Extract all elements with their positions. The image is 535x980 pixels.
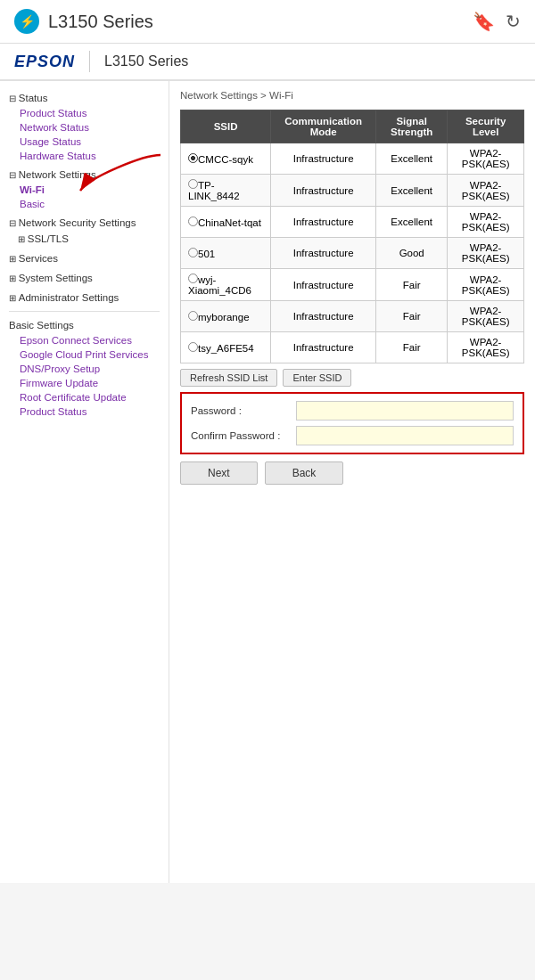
header-divider [89, 51, 90, 72]
radio-dot[interactable] [188, 248, 198, 257]
bottom-buttons: Next Back [180, 461, 524, 485]
back-button[interactable]: Back [265, 461, 344, 485]
ssid-cell[interactable]: myborange [181, 301, 271, 332]
ssid-cell[interactable]: TP-LINK_8442 [181, 175, 271, 207]
security-cell: WPA2-PSK(AES) [448, 332, 524, 363]
radio-dot[interactable] [188, 342, 198, 352]
sidebar-link-wifi[interactable]: Wi-Fi [0, 183, 169, 197]
main-layout: Status Product Status Network Status Usa… [0, 81, 535, 883]
ssid-text: wyj-Xiaomi_4CD6 [188, 274, 251, 296]
sidebar-security-title: Network Security Settings [0, 215, 169, 231]
sidebar-security-section: Network Security Settings SSL/TLS [0, 215, 169, 247]
mode-cell: Infrastructure [271, 301, 376, 332]
ssid-text: CMCC-sqyk [198, 154, 253, 165]
col-header-security: Security Level [448, 110, 524, 143]
ssid-cell[interactable]: tsy_A6FE54 [181, 332, 271, 363]
epson-logo: EPSON [14, 53, 75, 71]
table-row[interactable]: TP-LINK_8442InfrastructureExcellentWPA2-… [181, 175, 524, 207]
ssid-text: 501 [198, 249, 215, 259]
sidebar-network-section: Network Settings Wi-Fi Basic [0, 167, 169, 211]
refresh-icon[interactable]: ↻ [506, 11, 521, 32]
sidebar-system-section: System Settings [0, 270, 169, 286]
table-row[interactable]: tsy_A6FE54InfrastructureFairWPA2-PSK(AES… [181, 332, 524, 363]
sidebar-link-firmware[interactable]: Firmware Update [0, 376, 169, 390]
security-cell: WPA2-PSK(AES) [448, 143, 524, 175]
table-row[interactable]: ChinaNet-tqatInfrastructureExcellentWPA2… [181, 207, 524, 238]
sidebar-ssl-tls: SSL/TLS [0, 231, 169, 247]
sidebar-link-epson-connect[interactable]: Epson Connect Services [0, 333, 169, 347]
password-row: Password : [191, 401, 514, 421]
radio-dot[interactable] [188, 216, 198, 226]
confirm-password-label: Confirm Password : [191, 430, 289, 441]
sidebar-admin-section: Administrator Settings [0, 290, 169, 306]
radio-dot[interactable] [188, 274, 198, 283]
sidebar-link-dns-proxy[interactable]: DNS/Proxy Setup [0, 362, 169, 376]
sidebar-system-title: System Settings [0, 270, 169, 286]
ssid-text: myborange [198, 312, 250, 323]
ssid-cell[interactable]: wyj-Xiaomi_4CD6 [181, 269, 271, 301]
sidebar-link-hardware-status[interactable]: Hardware Status [0, 149, 169, 163]
top-bar-left: ⚡ L3150 Series [14, 9, 153, 34]
confirm-password-row: Confirm Password : [191, 426, 514, 445]
sidebar: Status Product Status Network Status Usa… [0, 81, 169, 883]
security-cell: WPA2-PSK(AES) [448, 301, 524, 332]
signal-cell: Fair [376, 269, 448, 301]
signal-cell: Excellent [376, 207, 448, 238]
signal-cell: Excellent [376, 143, 448, 175]
sidebar-services-title: Services [0, 250, 169, 266]
table-row[interactable]: wyj-Xiaomi_4CD6InfrastructureFairWPA2-PS… [181, 269, 524, 301]
enter-ssid-button[interactable]: Enter SSID [283, 369, 351, 387]
mode-cell: Infrastructure [271, 175, 376, 207]
printer-icon: ⚡ [14, 9, 39, 34]
table-row[interactable]: 501InfrastructureGoodWPA2-PSK(AES) [181, 238, 524, 269]
sidebar-link-root-cert[interactable]: Root Certificate Update [0, 390, 169, 404]
top-bar-title: L3150 Series [48, 12, 153, 32]
bookmark-icon[interactable]: 🔖 [473, 11, 495, 32]
password-input[interactable] [296, 401, 514, 421]
col-header-signal: Signal Strength [376, 110, 448, 143]
sidebar-link-usage-status[interactable]: Usage Status [0, 135, 169, 149]
radio-dot[interactable] [188, 311, 198, 321]
sidebar-network-title: Network Settings [0, 167, 169, 183]
header-model: L3150 Series [104, 53, 188, 69]
next-button[interactable]: Next [180, 461, 258, 485]
mode-cell: Infrastructure [271, 143, 376, 175]
signal-cell: Good [376, 238, 448, 269]
radio-dot[interactable] [188, 153, 198, 163]
sidebar-link-google-cloud[interactable]: Google Cloud Print Services [0, 347, 169, 362]
sidebar-link-network-status[interactable]: Network Status [0, 120, 169, 135]
sidebar-basic-title: Basic Settings [0, 317, 169, 333]
security-cell: WPA2-PSK(AES) [448, 175, 524, 207]
sidebar-basic-section: Basic Settings Epson Connect Services Go… [0, 317, 169, 419]
sidebar-link-product-status[interactable]: Product Status [0, 106, 169, 120]
main-content: Network Settings > Wi-Fi SSID Communicat… [169, 81, 535, 883]
signal-cell: Excellent [376, 175, 448, 207]
security-cell: WPA2-PSK(AES) [448, 269, 524, 301]
sidebar-services-section: Services [0, 250, 169, 266]
security-cell: WPA2-PSK(AES) [448, 207, 524, 238]
radio-dot[interactable] [188, 179, 198, 189]
sidebar-status-title: Status [0, 90, 169, 106]
mode-cell: Infrastructure [271, 269, 376, 301]
sidebar-link-product-status2[interactable]: Product Status [0, 404, 169, 419]
confirm-password-input[interactable] [296, 426, 514, 445]
ssid-text: tsy_A6FE54 [198, 343, 254, 354]
top-bar-actions: 🔖 ↻ [473, 11, 521, 32]
sidebar-status-section: Status Product Status Network Status Usa… [0, 90, 169, 163]
signal-cell: Fair [376, 332, 448, 363]
sidebar-link-basic[interactable]: Basic [0, 197, 169, 211]
action-row: Refresh SSID List Enter SSID [180, 369, 524, 387]
security-cell: WPA2-PSK(AES) [448, 238, 524, 269]
ssid-cell[interactable]: 501 [181, 238, 271, 269]
table-row[interactable]: CMCC-sqykInfrastructureExcellentWPA2-PSK… [181, 143, 524, 175]
col-header-ssid: SSID [181, 110, 271, 143]
signal-cell: Fair [376, 301, 448, 332]
app-header: EPSON L3150 Series [0, 44, 535, 81]
mode-cell: Infrastructure [271, 207, 376, 238]
ssid-cell[interactable]: CMCC-sqyk [181, 143, 271, 175]
ssid-cell[interactable]: ChinaNet-tqat [181, 207, 271, 238]
sidebar-admin-title: Administrator Settings [0, 290, 169, 306]
ssid-text: ChinaNet-tqat [198, 217, 261, 228]
table-row[interactable]: myborangeInfrastructureFairWPA2-PSK(AES) [181, 301, 524, 332]
refresh-ssid-button[interactable]: Refresh SSID List [180, 369, 277, 387]
